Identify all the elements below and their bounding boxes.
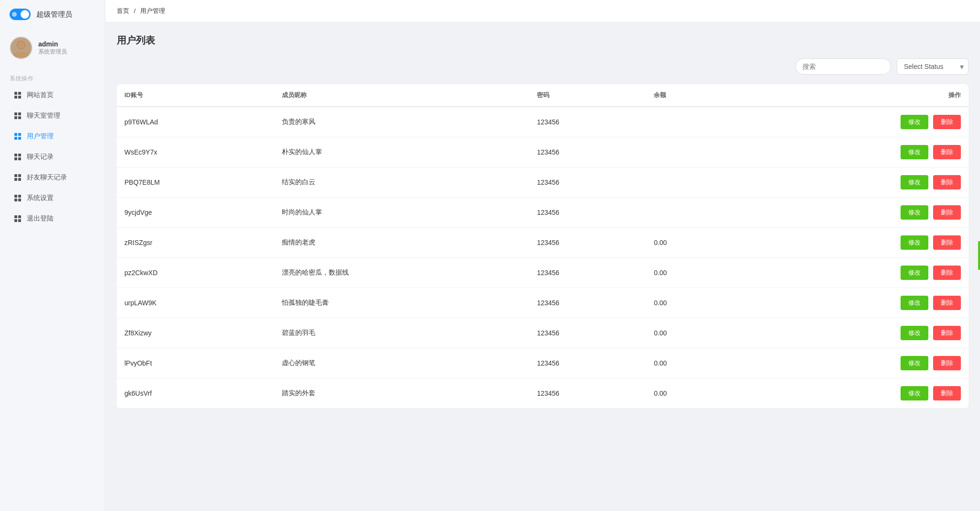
users-icon: [13, 132, 22, 141]
cell-actions: 修改 删除: [734, 107, 969, 137]
sidebar-nav: 网站首页 聊天室管理 用户管理: [0, 85, 105, 229]
edit-button[interactable]: 修改: [901, 356, 928, 370]
sidebar-item-settings[interactable]: 系统设置: [4, 188, 101, 208]
edit-button[interactable]: 修改: [901, 266, 928, 280]
status-select[interactable]: Select Status 启用 禁用: [897, 58, 969, 75]
delete-button[interactable]: 删除: [933, 175, 961, 189]
user-table-container: ID账号 成员昵称 密码 余额 操作 p9T6WLAd 负责的寒风 123456…: [117, 84, 969, 409]
sidebar-item-friend-log[interactable]: 好友聊天记录: [4, 167, 101, 188]
svg-rect-20: [14, 174, 17, 177]
settings-icon: [13, 194, 22, 202]
cell-balance: 0.00: [646, 348, 734, 378]
edge-indicator: [978, 241, 980, 270]
delete-button[interactable]: 删除: [933, 266, 961, 280]
table-row: 9ycjdVge 时尚的仙人掌 123456 修改 删除: [117, 198, 969, 228]
cell-nickname: 痴情的老虎: [274, 228, 530, 258]
edit-button[interactable]: 修改: [901, 115, 928, 129]
sidebar-item-chat-log[interactable]: 聊天记录: [4, 147, 101, 167]
edit-button[interactable]: 修改: [901, 386, 928, 400]
cell-actions: 修改 删除: [734, 288, 969, 318]
svg-rect-18: [14, 157, 17, 160]
cell-nickname: 碧蓝的羽毛: [274, 318, 530, 348]
cell-nickname: 怕孤独的睫毛膏: [274, 288, 530, 318]
edit-button[interactable]: 修改: [901, 175, 928, 189]
edit-button[interactable]: 修改: [901, 296, 928, 310]
page-title: 用户列表: [117, 34, 969, 47]
cell-actions: 修改 删除: [734, 228, 969, 258]
breadcrumb-home[interactable]: 首页: [117, 7, 129, 14]
cell-id: gk6UsVrf: [117, 378, 274, 409]
user-name: admin: [38, 40, 67, 48]
edit-button[interactable]: 修改: [901, 235, 928, 250]
svg-rect-25: [18, 195, 21, 198]
logout-icon: [13, 214, 22, 223]
home-icon: [13, 91, 22, 100]
cell-nickname: 朴实的仙人掌: [274, 137, 530, 167]
sidebar-item-users[interactable]: 用户管理: [4, 126, 101, 146]
cell-actions: 修改 删除: [734, 137, 969, 167]
cell-nickname: 负责的寒风: [274, 107, 530, 137]
sidebar-item-logout[interactable]: 退出登陆: [4, 209, 101, 229]
svg-rect-26: [14, 199, 17, 201]
search-input[interactable]: [795, 58, 891, 75]
svg-rect-11: [18, 116, 21, 119]
sidebar-header: 超级管理员: [0, 0, 105, 29]
cell-actions: 修改 删除: [734, 167, 969, 198]
table-row: WsEc9Y7x 朴实的仙人掌 123456 修改 删除: [117, 137, 969, 167]
delete-button[interactable]: 删除: [933, 235, 961, 250]
cell-nickname: 踏实的外套: [274, 378, 530, 409]
cell-id: lPvyObFt: [117, 348, 274, 378]
delete-button[interactable]: 删除: [933, 386, 961, 400]
friend-log-icon: [13, 173, 22, 182]
cell-id: WsEc9Y7x: [117, 137, 274, 167]
cell-balance: [646, 167, 734, 198]
sidebar: 超级管理员 admin 系统管理员 系统操作: [0, 0, 105, 511]
svg-rect-4: [14, 92, 17, 95]
delete-button[interactable]: 删除: [933, 356, 961, 370]
svg-rect-31: [18, 219, 21, 222]
cell-password: 123456: [529, 258, 646, 288]
edit-button[interactable]: 修改: [901, 205, 928, 220]
sidebar-item-home[interactable]: 网站首页: [4, 85, 101, 105]
theme-toggle[interactable]: [10, 9, 31, 20]
cell-actions: 修改 删除: [734, 258, 969, 288]
cell-balance: [646, 198, 734, 228]
delete-button[interactable]: 删除: [933, 326, 961, 340]
cell-actions: 修改 删除: [734, 378, 969, 409]
cell-nickname: 虚心的钢笔: [274, 348, 530, 378]
user-profile: admin 系统管理员: [0, 29, 105, 67]
cell-password: 123456: [529, 198, 646, 228]
svg-rect-7: [18, 96, 21, 99]
svg-rect-16: [14, 154, 17, 156]
svg-rect-30: [14, 219, 17, 222]
sidebar-item-chatroom[interactable]: 聊天室管理: [4, 106, 101, 126]
delete-button[interactable]: 删除: [933, 145, 961, 159]
svg-rect-17: [18, 154, 21, 156]
toolbar: Select Status 启用 禁用: [117, 58, 969, 75]
cell-id: PBQ7E8LM: [117, 167, 274, 198]
cell-password: 123456: [529, 167, 646, 198]
cell-actions: 修改 删除: [734, 348, 969, 378]
app-title: 超级管理员: [36, 10, 72, 19]
svg-rect-14: [14, 137, 17, 140]
delete-button[interactable]: 删除: [933, 115, 961, 129]
sidebar-item-label-chat-log: 聊天记录: [27, 153, 54, 161]
cell-password: 123456: [529, 288, 646, 318]
table-row: pz2CkwXD 漂亮的哈密瓜，数据线 123456 0.00 修改 删除: [117, 258, 969, 288]
sidebar-item-label-users: 用户管理: [27, 132, 54, 141]
edit-button[interactable]: 修改: [901, 145, 928, 159]
cell-id: Zf8Xizwy: [117, 318, 274, 348]
svg-rect-23: [18, 178, 21, 181]
cell-password: 123456: [529, 107, 646, 137]
cell-password: 123456: [529, 318, 646, 348]
svg-rect-15: [18, 137, 21, 140]
delete-button[interactable]: 删除: [933, 296, 961, 310]
table-row: PBQ7E8LM 结实的白云 123456 修改 删除: [117, 167, 969, 198]
cell-id: urpLAW9K: [117, 288, 274, 318]
cell-id: pz2CkwXD: [117, 258, 274, 288]
edit-button[interactable]: 修改: [901, 326, 928, 340]
cell-nickname: 漂亮的哈密瓜，数据线: [274, 258, 530, 288]
cell-password: 123456: [529, 378, 646, 409]
cell-balance: 0.00: [646, 288, 734, 318]
delete-button[interactable]: 删除: [933, 205, 961, 220]
